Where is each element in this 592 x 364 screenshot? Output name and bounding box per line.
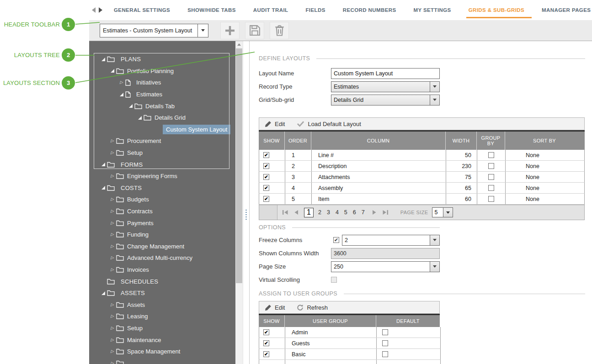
freeze-columns-select[interactable]: 2 <box>342 235 440 246</box>
collapsed-arrow-icon[interactable]: ▷ <box>111 303 116 307</box>
tree-item-leasing[interactable]: ▷Leasing <box>89 311 235 322</box>
freeze-columns-dropdown-button[interactable] <box>430 235 439 245</box>
user-group-header-default[interactable]: DEFAULT <box>376 315 440 327</box>
tree-item-initiatives[interactable]: ▷Initiatives <box>89 77 235 89</box>
tree-item-costs[interactable]: COSTS <box>89 182 235 194</box>
default-checkbox[interactable] <box>382 329 388 335</box>
pager-prev-button[interactable] <box>293 209 299 216</box>
expanded-arrow-icon[interactable] <box>129 104 134 108</box>
show-checkbox[interactable] <box>263 351 269 357</box>
scroll-up-button[interactable] <box>235 41 243 47</box>
column-header-order[interactable]: ORDER <box>285 132 311 150</box>
load-default-layout-button[interactable]: Load Default Layout <box>297 121 361 127</box>
show-checkbox[interactable] <box>263 340 269 346</box>
tree-item-procurement[interactable]: ▷Procurement <box>89 135 235 147</box>
sort-by-cell[interactable]: None <box>506 150 584 160</box>
collapsed-arrow-icon[interactable]: ▷ <box>111 314 116 318</box>
tree-item-payments[interactable]: ▷Payments <box>89 217 235 229</box>
tab-fields[interactable]: FIELDS <box>305 0 325 20</box>
scrollbar-thumb[interactable] <box>236 48 242 283</box>
save-layout-button[interactable] <box>245 22 264 39</box>
tree-item-details-tab[interactable]: Details Tab <box>89 100 235 112</box>
grid-subgrid-select[interactable]: Details Grid <box>331 95 440 106</box>
tree-item-setup[interactable]: ▷Setup <box>89 147 235 159</box>
collapsed-arrow-icon[interactable]: ▷ <box>111 232 116 237</box>
tree-item-assets[interactable]: ASSETS <box>89 287 235 299</box>
collapsed-arrow-icon[interactable]: ▷ <box>111 338 116 342</box>
show-checkbox[interactable] <box>263 329 269 335</box>
pager-page-2[interactable]: 2 <box>318 209 321 216</box>
collapsed-arrow-icon[interactable]: ▷ <box>111 244 116 248</box>
tabs-scroll-right-icon[interactable] <box>99 7 102 13</box>
expanded-arrow-icon[interactable] <box>101 163 107 166</box>
edit-button[interactable]: Edit <box>265 121 285 127</box>
group-by-checkbox[interactable] <box>488 185 494 191</box>
expanded-arrow-icon[interactable] <box>101 58 107 61</box>
pager-first-button[interactable] <box>281 209 289 216</box>
collapsed-arrow-icon[interactable]: ▷ <box>111 326 116 330</box>
layout-selector-dropdown-button[interactable] <box>197 24 208 37</box>
column-header-width[interactable]: WIDTH <box>446 132 477 150</box>
panel-splitter[interactable] <box>243 41 250 364</box>
tree-item-details-grid[interactable]: Details Grid <box>89 112 235 124</box>
tree-item-advanced-multi-currency[interactable]: ▷Advanced Multi-currency <box>89 252 235 264</box>
group-by-checkbox[interactable] <box>488 196 494 202</box>
column-header-show[interactable]: SHOW <box>259 132 285 150</box>
collapsed-arrow-icon[interactable]: ▷ <box>111 174 116 178</box>
layout-selector[interactable]: Estimates - Custom System Layout <box>100 24 208 37</box>
collapsed-arrow-icon[interactable]: ▷ <box>111 361 116 364</box>
user-groups-edit-button[interactable]: Edit <box>265 304 285 311</box>
page-size-select[interactable]: 5 <box>432 207 453 217</box>
sort-by-cell[interactable]: None <box>506 194 584 204</box>
tree-item-space-management[interactable]: ▷Space Management <box>89 346 235 358</box>
collapsed-arrow-icon[interactable]: ▷ <box>111 197 116 201</box>
options-page-size-dropdown-button[interactable] <box>430 262 439 272</box>
layout-name-input[interactable] <box>331 68 440 79</box>
options-page-size-select[interactable]: 250 <box>331 261 440 272</box>
add-layout-button[interactable] <box>220 22 240 39</box>
tree-item-change-management[interactable]: ▷Change Management <box>89 241 235 253</box>
pager-page-5[interactable]: 5 <box>344 209 347 216</box>
default-checkbox[interactable] <box>382 340 388 346</box>
tree-item-budgets[interactable]: ▷Budgets <box>89 194 235 206</box>
column-header-sort-by[interactable]: SORT BY <box>505 132 584 150</box>
user-group-header-user-group[interactable]: USER GROUP <box>285 315 376 327</box>
sort-by-cell[interactable]: None <box>506 172 584 182</box>
virtual-scrolling-checkbox[interactable] <box>331 277 337 283</box>
freeze-columns-checkbox[interactable] <box>333 237 339 243</box>
pager-page-7[interactable]: 7 <box>362 209 365 216</box>
collapsed-arrow-icon[interactable]: ▷ <box>111 256 116 260</box>
tree-item-estimates[interactable]: Estimates <box>89 89 235 100</box>
show-checkbox[interactable] <box>263 163 269 169</box>
tab-show-hide-tabs[interactable]: SHOW/HIDE TABS <box>187 0 236 20</box>
tree-item-forms[interactable]: FORMS <box>89 158 235 170</box>
collapsed-arrow-icon[interactable]: ▷ <box>111 268 116 272</box>
tab-record-numbers[interactable]: RECORD NUMBERS <box>343 0 396 20</box>
tree-item-partial[interactable]: ▷ <box>89 357 235 364</box>
user-groups-refresh-button[interactable]: Refresh <box>297 304 328 311</box>
delete-layout-button[interactable] <box>270 22 289 39</box>
show-checkbox[interactable] <box>263 196 269 202</box>
tab-my-settings[interactable]: MY SETTINGS <box>414 0 451 20</box>
pager-page-3[interactable]: 3 <box>327 209 330 216</box>
tree-item-contracts[interactable]: ▷Contracts <box>89 206 235 217</box>
tree-item-custom-system-layout[interactable]: Custom System Layout <box>89 124 235 136</box>
tree-item-plans[interactable]: PLANS <box>89 53 235 65</box>
record-type-dropdown-button[interactable] <box>430 82 439 92</box>
pager-next-button[interactable] <box>371 209 378 216</box>
column-header-column[interactable]: COLUMN <box>311 132 446 150</box>
tab-manager-pages[interactable]: MANAGER PAGES <box>542 0 591 20</box>
tree-item-setup[interactable]: ▷Setup <box>89 322 235 334</box>
expanded-arrow-icon[interactable] <box>101 291 107 295</box>
user-group-header-show[interactable]: SHOW <box>259 315 285 327</box>
group-by-checkbox[interactable] <box>488 174 494 180</box>
collapsed-arrow-icon[interactable]: ▷ <box>111 139 116 143</box>
sort-by-cell[interactable]: None <box>506 183 584 193</box>
tree-item-engineering-forms[interactable]: ▷Engineering Forms <box>89 170 235 182</box>
tree-scrollbar[interactable] <box>235 41 243 364</box>
tree-item-portfolio-planning[interactable]: Portfolio Planning <box>89 65 235 77</box>
pager-last-button[interactable] <box>381 209 389 216</box>
pager-page-4[interactable]: 4 <box>336 209 339 216</box>
tree-item-schedules[interactable]: SCHEDULES <box>89 275 235 287</box>
grid-subgrid-dropdown-button[interactable] <box>430 95 439 105</box>
